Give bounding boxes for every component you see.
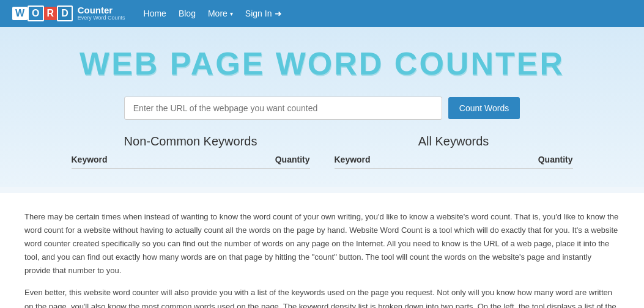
signin-icon: ➜ xyxy=(275,9,282,18)
hero-section: WEB PAGE WORD COUNTER Count Words Non-Co… xyxy=(0,27,644,187)
info-para-1: There may be certain times when instead … xyxy=(24,210,620,277)
url-input[interactable] xyxy=(124,97,442,120)
logo-o: O xyxy=(28,6,43,21)
logo: W O R D Counter Every Word Counts xyxy=(12,6,125,21)
keywords-section: Non-Common Keywords Keyword Quantity All… xyxy=(59,134,585,175)
logo-text: Counter Every Word Counts xyxy=(78,6,125,21)
nav-home[interactable]: Home xyxy=(144,9,166,18)
chevron-down-icon: ▾ xyxy=(230,10,233,17)
all-keywords-table: Keyword Quantity xyxy=(335,155,573,169)
non-common-keywords-heading: Non-Common Keywords xyxy=(72,134,310,148)
navbar: W O R D Counter Every Word Counts Home B… xyxy=(0,0,644,27)
hero-title: WEB PAGE WORD COUNTER xyxy=(12,45,632,82)
all-keywords-panel: All Keywords Keyword Quantity xyxy=(322,134,585,175)
all-keywords-heading: All Keywords xyxy=(335,134,573,148)
nav-blog[interactable]: Blog xyxy=(179,9,196,18)
logo-letters: W O R D xyxy=(12,6,73,21)
non-common-quantity-col: Quantity xyxy=(193,155,309,169)
info-section: There may be certain times when instead … xyxy=(0,193,644,308)
logo-d: D xyxy=(57,6,73,21)
nav-signin[interactable]: Sign In ➜ xyxy=(245,9,283,18)
non-common-keywords-panel: Non-Common Keywords Keyword Quantity xyxy=(59,134,322,175)
logo-r: R xyxy=(44,7,57,20)
logo-w: W xyxy=(12,7,28,20)
all-keyword-col: Keyword xyxy=(335,155,456,169)
non-common-keywords-table: Keyword Quantity xyxy=(72,155,310,169)
info-para-2: Even better, this website word counter w… xyxy=(24,286,620,308)
non-common-keyword-col: Keyword xyxy=(72,155,193,169)
url-row: Count Words xyxy=(12,97,632,120)
count-words-button[interactable]: Count Words xyxy=(448,97,520,119)
nav-more[interactable]: More ▾ xyxy=(208,9,233,18)
all-quantity-col: Quantity xyxy=(456,155,572,169)
